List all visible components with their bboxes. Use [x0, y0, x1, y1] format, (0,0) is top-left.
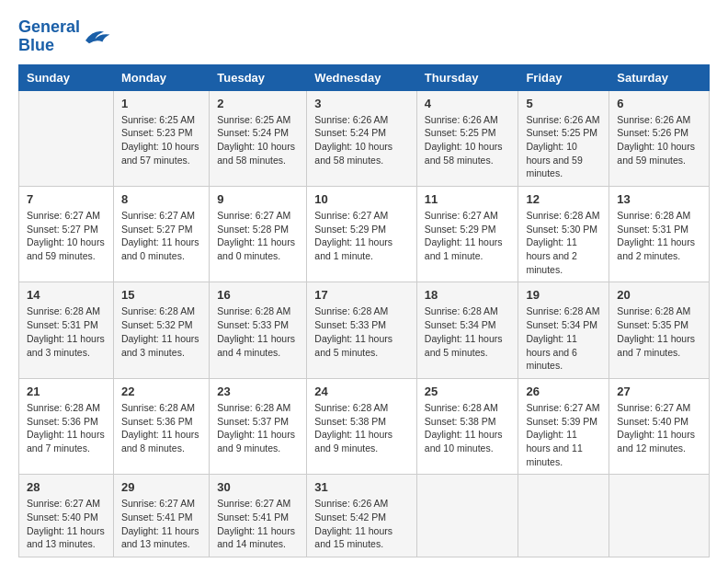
day-number: 3: [314, 97, 409, 110]
day-number: 17: [314, 288, 409, 302]
day-cell: 14Sunrise: 6:28 AMSunset: 5:31 PMDayligh…: [19, 282, 114, 378]
day-cell: 16Sunrise: 6:28 AMSunset: 5:33 PMDayligh…: [210, 282, 307, 378]
day-cell: [518, 475, 609, 557]
day-cell: 18Sunrise: 6:28 AMSunset: 5:34 PMDayligh…: [416, 282, 518, 378]
day-number: 9: [217, 192, 299, 206]
day-number: 31: [314, 480, 409, 494]
day-info: Sunrise: 6:27 AMSunset: 5:29 PMDaylight:…: [314, 209, 409, 263]
day-info: Sunrise: 6:27 AMSunset: 5:39 PMDaylight:…: [526, 401, 601, 468]
week-row-5: 28Sunrise: 6:27 AMSunset: 5:40 PMDayligh…: [19, 475, 710, 557]
day-number: 25: [425, 385, 511, 398]
day-number: 6: [617, 97, 701, 110]
day-info: Sunrise: 6:28 AMSunset: 5:34 PMDaylight:…: [526, 304, 601, 372]
day-cell: 21Sunrise: 6:28 AMSunset: 5:36 PMDayligh…: [19, 378, 114, 474]
day-info: Sunrise: 6:27 AMSunset: 5:27 PMDaylight:…: [27, 209, 106, 263]
day-info: Sunrise: 6:27 AMSunset: 5:40 PMDaylight:…: [27, 497, 106, 551]
day-cell: 30Sunrise: 6:27 AMSunset: 5:41 PMDayligh…: [210, 475, 307, 557]
day-number: 11: [425, 192, 511, 206]
day-cell: 13Sunrise: 6:28 AMSunset: 5:31 PMDayligh…: [609, 187, 710, 282]
day-number: 5: [526, 97, 601, 110]
day-cell: 25Sunrise: 6:28 AMSunset: 5:38 PMDayligh…: [416, 378, 518, 474]
day-info: Sunrise: 6:28 AMSunset: 5:36 PMDaylight:…: [121, 401, 201, 455]
week-row-4: 21Sunrise: 6:28 AMSunset: 5:36 PMDayligh…: [19, 378, 710, 474]
day-cell: 6Sunrise: 6:26 AMSunset: 5:26 PMDaylight…: [609, 90, 710, 186]
day-info: Sunrise: 6:26 AMSunset: 5:25 PMDaylight:…: [425, 113, 511, 167]
day-number: 26: [526, 385, 601, 398]
day-info: Sunrise: 6:27 AMSunset: 5:40 PMDaylight:…: [617, 401, 701, 455]
day-cell: 3Sunrise: 6:26 AMSunset: 5:24 PMDaylight…: [307, 90, 417, 186]
day-number: 2: [217, 97, 299, 110]
day-info: Sunrise: 6:28 AMSunset: 5:37 PMDaylight:…: [217, 401, 299, 455]
day-number: 22: [121, 385, 201, 398]
day-number: 30: [217, 480, 299, 494]
day-number: 20: [617, 288, 701, 302]
header-row: SundayMondayTuesdayWednesdayThursdayFrid…: [19, 64, 710, 90]
day-number: 10: [314, 192, 409, 206]
day-info: Sunrise: 6:28 AMSunset: 5:33 PMDaylight:…: [314, 304, 409, 359]
day-number: 24: [314, 385, 409, 398]
column-header-wednesday: Wednesday: [307, 64, 417, 90]
week-row-1: 1Sunrise: 6:25 AMSunset: 5:23 PMDaylight…: [19, 90, 710, 186]
day-cell: 23Sunrise: 6:28 AMSunset: 5:37 PMDayligh…: [210, 378, 307, 474]
day-cell: [416, 475, 518, 557]
day-cell: [609, 475, 710, 557]
day-cell: 7Sunrise: 6:27 AMSunset: 5:27 PMDaylight…: [19, 187, 114, 282]
day-info: Sunrise: 6:27 AMSunset: 5:29 PMDaylight:…: [425, 209, 511, 263]
day-info: Sunrise: 6:28 AMSunset: 5:30 PMDaylight:…: [526, 209, 601, 276]
week-row-3: 14Sunrise: 6:28 AMSunset: 5:31 PMDayligh…: [19, 282, 710, 378]
column-header-monday: Monday: [113, 64, 209, 90]
day-number: 4: [425, 97, 511, 110]
logo: GeneralBlue: [18, 18, 111, 55]
day-number: 28: [27, 480, 106, 494]
day-number: 18: [425, 288, 511, 302]
day-cell: 29Sunrise: 6:27 AMSunset: 5:41 PMDayligh…: [113, 475, 209, 557]
day-cell: 11Sunrise: 6:27 AMSunset: 5:29 PMDayligh…: [416, 187, 518, 282]
column-header-sunday: Sunday: [19, 64, 114, 90]
day-info: Sunrise: 6:28 AMSunset: 5:33 PMDaylight:…: [217, 304, 299, 359]
day-number: 13: [617, 192, 701, 206]
day-info: Sunrise: 6:28 AMSunset: 5:36 PMDaylight:…: [27, 401, 106, 455]
day-cell: 2Sunrise: 6:25 AMSunset: 5:24 PMDaylight…: [210, 90, 307, 186]
day-number: 12: [526, 192, 601, 206]
day-cell: 4Sunrise: 6:26 AMSunset: 5:25 PMDaylight…: [416, 90, 518, 186]
page-header: GeneralBlue: [18, 18, 710, 55]
day-number: 8: [121, 192, 201, 206]
day-cell: [19, 90, 114, 186]
day-info: Sunrise: 6:27 AMSunset: 5:28 PMDaylight:…: [217, 209, 299, 263]
column-header-friday: Friday: [518, 64, 609, 90]
day-cell: 19Sunrise: 6:28 AMSunset: 5:34 PMDayligh…: [518, 282, 609, 378]
week-row-2: 7Sunrise: 6:27 AMSunset: 5:27 PMDaylight…: [19, 187, 710, 282]
day-cell: 24Sunrise: 6:28 AMSunset: 5:38 PMDayligh…: [307, 378, 417, 474]
day-info: Sunrise: 6:28 AMSunset: 5:35 PMDaylight:…: [617, 304, 701, 359]
day-cell: 22Sunrise: 6:28 AMSunset: 5:36 PMDayligh…: [113, 378, 209, 474]
day-number: 27: [617, 385, 701, 398]
day-cell: 17Sunrise: 6:28 AMSunset: 5:33 PMDayligh…: [307, 282, 417, 378]
day-info: Sunrise: 6:27 AMSunset: 5:27 PMDaylight:…: [121, 209, 201, 263]
day-number: 23: [217, 385, 299, 398]
calendar-table: SundayMondayTuesdayWednesdayThursdayFrid…: [18, 64, 710, 558]
day-info: Sunrise: 6:26 AMSunset: 5:42 PMDaylight:…: [314, 497, 409, 551]
day-info: Sunrise: 6:28 AMSunset: 5:31 PMDaylight:…: [27, 304, 106, 359]
day-cell: 20Sunrise: 6:28 AMSunset: 5:35 PMDayligh…: [609, 282, 710, 378]
day-cell: 27Sunrise: 6:27 AMSunset: 5:40 PMDayligh…: [609, 378, 710, 474]
day-cell: 5Sunrise: 6:26 AMSunset: 5:25 PMDaylight…: [518, 90, 609, 186]
day-info: Sunrise: 6:28 AMSunset: 5:31 PMDaylight:…: [617, 209, 701, 263]
day-cell: 10Sunrise: 6:27 AMSunset: 5:29 PMDayligh…: [307, 187, 417, 282]
day-info: Sunrise: 6:25 AMSunset: 5:23 PMDaylight:…: [121, 113, 201, 167]
day-number: 29: [121, 480, 201, 494]
day-cell: 8Sunrise: 6:27 AMSunset: 5:27 PMDaylight…: [113, 187, 209, 282]
column-header-saturday: Saturday: [609, 64, 710, 90]
day-info: Sunrise: 6:28 AMSunset: 5:32 PMDaylight:…: [121, 304, 201, 359]
day-cell: 26Sunrise: 6:27 AMSunset: 5:39 PMDayligh…: [518, 378, 609, 474]
day-info: Sunrise: 6:25 AMSunset: 5:24 PMDaylight:…: [217, 113, 299, 167]
logo-text: GeneralBlue: [18, 18, 80, 55]
day-number: 21: [27, 385, 106, 398]
day-info: Sunrise: 6:28 AMSunset: 5:38 PMDaylight:…: [314, 401, 409, 455]
day-info: Sunrise: 6:27 AMSunset: 5:41 PMDaylight:…: [217, 497, 299, 551]
logo-bird-icon: [82, 24, 111, 50]
column-header-thursday: Thursday: [416, 64, 518, 90]
day-cell: 1Sunrise: 6:25 AMSunset: 5:23 PMDaylight…: [113, 90, 209, 186]
day-number: 14: [27, 288, 106, 302]
day-number: 7: [27, 192, 106, 206]
day-info: Sunrise: 6:26 AMSunset: 5:25 PMDaylight:…: [526, 113, 601, 180]
